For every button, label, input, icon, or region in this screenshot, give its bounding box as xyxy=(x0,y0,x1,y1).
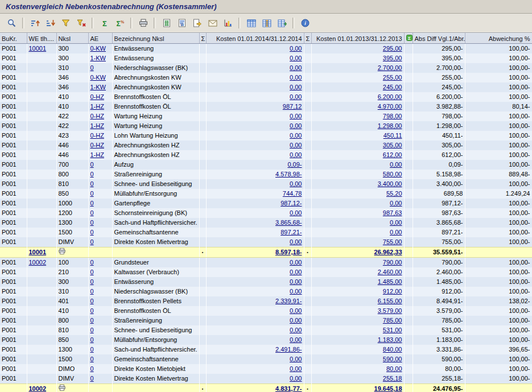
kosten-2013-link[interactable]: 0,00 xyxy=(390,219,402,226)
kosten-2013-link[interactable]: 580,00 xyxy=(383,171,402,178)
subtotal-print-icon[interactable] xyxy=(59,385,65,392)
kosten-2014-link[interactable]: 0,00 xyxy=(290,278,302,285)
column-header-ae[interactable]: AE xyxy=(88,34,112,44)
sort-descending-icon[interactable] xyxy=(43,16,58,30)
kosten-2013-link[interactable]: 840,00 xyxy=(383,346,402,353)
kosten-2013-link[interactable]: 6.155,00 xyxy=(378,298,402,304)
kosten-2013-link[interactable]: 798,00 xyxy=(383,113,402,119)
ae-link[interactable]: 0 xyxy=(90,238,94,245)
kosten-2014-link[interactable]: 0,00 xyxy=(290,180,302,187)
ae-link[interactable]: 0 xyxy=(90,64,94,71)
kosten-2014-link[interactable]: 2.339,91- xyxy=(275,298,302,304)
kosten-2013-link[interactable]: 395,00 xyxy=(383,55,402,61)
ae-link[interactable]: 0-HZ xyxy=(90,132,104,139)
ae-link[interactable]: 0 xyxy=(90,336,94,343)
kosten-2014-link[interactable]: 0,00 xyxy=(290,317,302,324)
kosten-2013-link[interactable]: 0,00 xyxy=(390,200,402,207)
column-header-dev[interactable]: Abweichung % xyxy=(465,34,532,44)
ae-link[interactable]: 0 xyxy=(90,298,94,304)
kosten-2013-link[interactable]: 4.970,00 xyxy=(378,103,402,110)
kosten-2013-link[interactable]: 3.579,00 xyxy=(378,307,402,314)
ae-link[interactable]: 0 xyxy=(90,278,94,285)
column-header-k2014[interactable]: Kosten 01.01.2014/31.12.2014 xyxy=(206,34,304,44)
kosten-2014-link[interactable]: 0,00 xyxy=(290,269,302,275)
graphic-icon[interactable] xyxy=(220,16,236,30)
kosten-2013-link[interactable]: 55,20 xyxy=(386,190,402,197)
column-header-sigma1[interactable]: Σ xyxy=(199,34,206,44)
kosten-2013-link[interactable]: 755,00 xyxy=(383,238,402,245)
ae-link[interactable]: 0-HZ xyxy=(90,93,104,100)
kosten-2013-link[interactable]: 80,00 xyxy=(386,365,402,372)
total-icon[interactable]: Σ xyxy=(97,16,112,30)
kosten-2013-link[interactable]: 912,00 xyxy=(383,288,402,295)
set-filter-icon[interactable] xyxy=(58,16,73,30)
kosten-2013-link[interactable]: 1.298,00 xyxy=(378,122,402,129)
column-header-nksl[interactable]: Nksl xyxy=(56,34,88,44)
ae-link[interactable]: 0 xyxy=(90,219,94,226)
ae-link[interactable]: 0-HZ xyxy=(90,142,104,148)
kosten-2013-link[interactable]: 531,00 xyxy=(383,327,402,333)
sort-ascending-icon[interactable] xyxy=(27,16,43,30)
kosten-2013-link[interactable]: 2.460,00 xyxy=(378,269,402,275)
column-header-sum_icon[interactable]: Σ xyxy=(404,34,413,44)
kosten-2013-link[interactable]: 0,00 xyxy=(390,229,402,236)
kosten-2013-link[interactable]: 305,00 xyxy=(383,142,402,148)
ae-link[interactable]: 0 xyxy=(90,356,94,362)
kosten-2013-link[interactable]: 1.485,00 xyxy=(378,278,402,285)
grid-layout-icon[interactable] xyxy=(244,16,259,30)
subtotal-print-icon[interactable] xyxy=(59,249,65,255)
column-header-k2013[interactable]: Kosten 01.01.2013/31.12.2013 xyxy=(311,34,404,44)
kosten-2013-link[interactable]: 6.200,00 xyxy=(378,93,402,100)
subtotal-kosten-2014-link[interactable]: 4.831,77- xyxy=(275,385,302,392)
kosten-2013-link[interactable]: 785,00 xyxy=(383,317,402,324)
kosten-2014-link[interactable]: 4.578,98- xyxy=(275,171,302,178)
ae-link[interactable]: 0 xyxy=(90,259,94,266)
delete-filter-icon[interactable] xyxy=(73,16,89,30)
kosten-2013-link[interactable]: 590,00 xyxy=(383,356,402,362)
ae-link[interactable]: 0 xyxy=(90,200,94,207)
ae-link[interactable]: 0 xyxy=(90,346,94,353)
kosten-2014-link[interactable]: 0,00 xyxy=(290,375,302,382)
kosten-2014-link[interactable]: 0,00 xyxy=(290,365,302,372)
ae-link[interactable]: 0 xyxy=(90,190,94,197)
ae-link[interactable]: 1-HZ xyxy=(90,103,104,110)
subtotal-kosten-2013-link[interactable]: 19.645,18 xyxy=(374,385,402,392)
send-mail-icon[interactable] xyxy=(205,16,220,30)
print-icon[interactable] xyxy=(135,16,151,30)
kosten-2014-link[interactable]: 0,00 xyxy=(290,113,302,119)
subtotal-kosten-2014-link[interactable]: 8.597,18- xyxy=(275,249,302,255)
insert-column-icon[interactable] xyxy=(259,16,274,30)
kosten-2014-link[interactable]: 0,00 xyxy=(290,336,302,343)
kosten-2014-link[interactable]: 0,00 xyxy=(290,288,302,295)
kosten-2014-link[interactable]: 897,21- xyxy=(281,229,302,236)
ae-link[interactable]: 1-HZ xyxy=(90,151,104,158)
kosten-2013-link[interactable]: 612,00 xyxy=(383,151,402,158)
ae-link[interactable]: 1-KW xyxy=(90,84,106,90)
kosten-2014-link[interactable]: 3.865,68- xyxy=(275,219,302,226)
kosten-2013-link[interactable]: 245,00 xyxy=(383,84,402,90)
kosten-2013-link[interactable]: 295,00 xyxy=(383,45,402,52)
ae-link[interactable]: 0 xyxy=(90,180,94,187)
column-header-bukr[interactable]: BuKr. xyxy=(0,34,27,44)
kosten-2014-link[interactable]: 744,78 xyxy=(283,190,302,197)
choose-detail-icon[interactable] xyxy=(4,16,19,30)
subtotal-we-link[interactable]: 10001 xyxy=(29,249,47,255)
ae-link[interactable]: 0 xyxy=(90,307,94,314)
kosten-2014-link[interactable]: 0,00 xyxy=(290,209,302,216)
export-spreadsheet-icon[interactable] xyxy=(159,16,174,30)
kosten-2014-link[interactable]: 0,00 xyxy=(290,132,302,139)
ae-link[interactable]: 0-HZ xyxy=(90,113,104,119)
column-header-we[interactable]: WE tlh.... xyxy=(27,34,56,44)
column-freeze-icon[interactable] xyxy=(274,16,290,30)
ae-link[interactable]: 0 xyxy=(90,288,94,295)
subtotal-kosten-2013-link[interactable]: 26.962,33 xyxy=(374,249,402,255)
kosten-2013-link[interactable]: 255,18 xyxy=(383,375,402,382)
kosten-2013-link[interactable]: 2.700,00 xyxy=(378,64,402,71)
ae-link[interactable]: 0 xyxy=(90,269,94,275)
kosten-2014-link[interactable]: 0,00 xyxy=(290,64,302,71)
ae-link[interactable]: 0 xyxy=(90,229,94,236)
kosten-2014-link[interactable]: 0,00 xyxy=(290,259,302,266)
kosten-2014-link[interactable]: 0,00 xyxy=(290,327,302,333)
kosten-2014-link[interactable]: 0,00 xyxy=(290,84,302,90)
ae-link[interactable]: 0 xyxy=(90,365,94,372)
